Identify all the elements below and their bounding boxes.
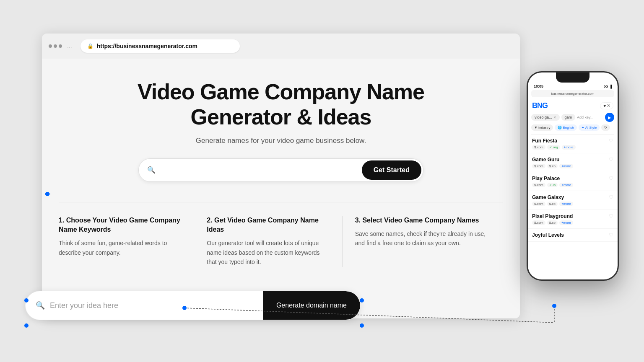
phone-heart-2[interactable]: ♡	[609, 157, 613, 163]
phone-search-row: video ga... ✕ gam Add key... ▶	[528, 113, 618, 124]
phone-domains-4: $.com $.co +more	[532, 202, 613, 206]
phone-name-item-6[interactable]: Joyful Levels ♡	[528, 229, 618, 242]
phone-domains-2: $.com $.co +more	[532, 164, 613, 168]
phone-name-row-1: Fun Fiesta ♡	[532, 138, 613, 144]
selection-handle-search	[45, 192, 49, 196]
selection-line-top	[49, 194, 50, 194]
bottom-search-icon: 🔍	[36, 301, 45, 310]
phone-heart-1[interactable]: ♡	[609, 138, 613, 144]
phone-heart-6[interactable]: ♡	[609, 232, 613, 238]
phone-name-text-3: Play Palace	[532, 176, 560, 181]
address-bar[interactable]: 🔒 https://businessnamegenerator.com	[80, 39, 240, 53]
filter-refresh[interactable]: ↻	[601, 124, 610, 131]
lock-icon: 🔒	[87, 43, 93, 49]
phone-name-text-5: Pixel Playground	[532, 213, 573, 219]
phone-domains-5: $.com $.co +more	[532, 220, 613, 225]
step-desc-3: Save some names, check if they're alread…	[355, 229, 491, 248]
battery-icon: ▐	[609, 85, 612, 88]
browser-dot-2	[54, 44, 57, 48]
phone-filters: ▼ Industry 🌐 English ✦ AI Style ↻	[528, 124, 618, 134]
browser-dots	[49, 44, 62, 48]
step-desc-1: Think of some fun, game-related words to…	[59, 238, 181, 257]
search-input-area[interactable]: 🔍	[139, 159, 360, 181]
phone-name-text-6: Joyful Levels	[532, 232, 564, 238]
svg-point-3	[552, 304, 556, 308]
hero-title: Video Game Company Name Generator & Idea…	[59, 80, 503, 130]
bottom-search-placeholder[interactable]: Enter your idea here	[50, 301, 118, 310]
bottom-search-input-area[interactable]: 🔍 Enter your idea here	[26, 301, 263, 310]
phone-name-item-1[interactable]: Fun Fiesta ♡ $.com ✓.org +more	[528, 134, 618, 153]
hero-subtitle: Generate names for your video game busin…	[59, 137, 503, 145]
bottom-search-bar[interactable]: 🔍 Enter your idea here Generate domain n…	[25, 291, 361, 320]
phone-url-text: businessnamegenerator.com	[551, 92, 595, 96]
phone-name-text-4: Game Galaxy	[532, 194, 564, 200]
phone-name-item-4[interactable]: Game Galaxy ♡ $.com $.co +more	[528, 191, 618, 210]
corner-bl	[24, 323, 29, 328]
step-item-3: 3. Select Video Game Company Names Save …	[355, 216, 503, 267]
browser-dot-3	[59, 44, 62, 48]
generate-domain-button[interactable]: Generate domain name	[263, 291, 360, 320]
phone-heart-3[interactable]: ♡	[609, 176, 613, 181]
phone-url-bar: businessnamegenerator.com	[531, 90, 614, 97]
steps-grid: 1. Choose Your Video Game Company Name K…	[59, 202, 503, 267]
phone-time: 10:05	[534, 84, 543, 88]
browser-dots-label: ...	[67, 43, 72, 49]
corner-tl	[24, 298, 29, 303]
filter-ai-style[interactable]: ✦ AI Style	[579, 124, 600, 131]
browser-chrome: ... 🔒 https://businessnamegenerator.com	[42, 34, 520, 59]
phone-tag-1: video ga... ✕	[531, 114, 560, 121]
phone-go-button[interactable]: ▶	[605, 113, 614, 122]
phone-status-right: 5G ▐	[604, 85, 612, 88]
step-item-1: 1. Choose Your Video Game Company Name K…	[59, 216, 194, 267]
search-icon: 🔍	[147, 166, 156, 174]
phone-name-row-5: Pixel Playground ♡	[532, 213, 613, 219]
heart-count: 3	[607, 103, 610, 108]
phone-name-row-6: Joyful Levels ♡	[532, 232, 613, 238]
browser-window: ... 🔒 https://businessnamegenerator.com …	[42, 34, 520, 318]
bng-logo: BNG	[532, 101, 548, 110]
step-desc-2: Our generator tool will create lots of u…	[207, 238, 329, 266]
corner-br	[360, 323, 364, 328]
phone-name-item-5[interactable]: Pixel Playground ♡ $.com $.co +more	[528, 210, 618, 229]
step-title-2: 2. Get Video Game Company Name Ideas	[207, 216, 329, 235]
website-content: Video Game Company Name Generator & Idea…	[42, 59, 520, 318]
search-bar[interactable]: 🔍 Get Started	[138, 158, 423, 182]
phone-heart-4[interactable]: ♡	[609, 194, 613, 200]
step-item-2: 2. Get Video Game Company Name Ideas Our…	[207, 216, 342, 267]
phone-screen: 10:05 5G ▐ businessnamegenerator.com BNG…	[528, 72, 618, 279]
phone-name-text-2: Game Guru	[532, 157, 559, 163]
phone-domains-1: $.com ✓.org +more	[532, 145, 613, 150]
heart-icon: ♥	[604, 103, 606, 108]
phone-name-row-4: Game Galaxy ♡	[532, 194, 613, 200]
phone-name-item-2[interactable]: Game Guru ♡ $.com $.co +more	[528, 153, 618, 172]
phone-domains-3: $.com ✓.io +more	[532, 183, 613, 187]
tag-close-1: ✕	[553, 116, 556, 119]
phone-tag-2: gam	[561, 114, 576, 121]
step-title-3: 3. Select Video Game Company Names	[355, 216, 491, 225]
phone-header: BNG ♥ 3	[528, 100, 618, 113]
phone-name-row-2: Game Guru ♡	[532, 157, 613, 163]
url-text: https://businessnamegenerator.com	[97, 43, 197, 49]
get-started-button[interactable]: Get Started	[362, 160, 421, 180]
phone-name-text-1: Fun Fiesta	[532, 138, 557, 144]
phone-notch	[556, 72, 589, 83]
filter-icon-3: ✦	[582, 126, 584, 129]
filter-icon-1: ▼	[534, 126, 538, 129]
phone-heart-5[interactable]: ♡	[609, 213, 613, 219]
add-key-placeholder: Add key...	[577, 115, 593, 119]
step-title-1: 1. Choose Your Video Game Company Name K…	[59, 216, 181, 235]
heart-badge: ♥ 3	[600, 102, 614, 109]
signal-icon: 5G	[604, 85, 608, 88]
corner-tr	[360, 298, 364, 303]
filter-industry[interactable]: ▼ Industry	[531, 124, 553, 131]
filter-english[interactable]: 🌐 English	[555, 124, 576, 131]
filter-icon-2: 🌐	[558, 126, 562, 129]
phone-name-row-3: Play Palace ♡	[532, 176, 613, 181]
mobile-phone: 10:05 5G ▐ businessnamegenerator.com BNG…	[527, 71, 619, 281]
browser-dot-1	[49, 44, 52, 48]
phone-name-item-3[interactable]: Play Palace ♡ $.com ✓.io +more	[528, 172, 618, 191]
